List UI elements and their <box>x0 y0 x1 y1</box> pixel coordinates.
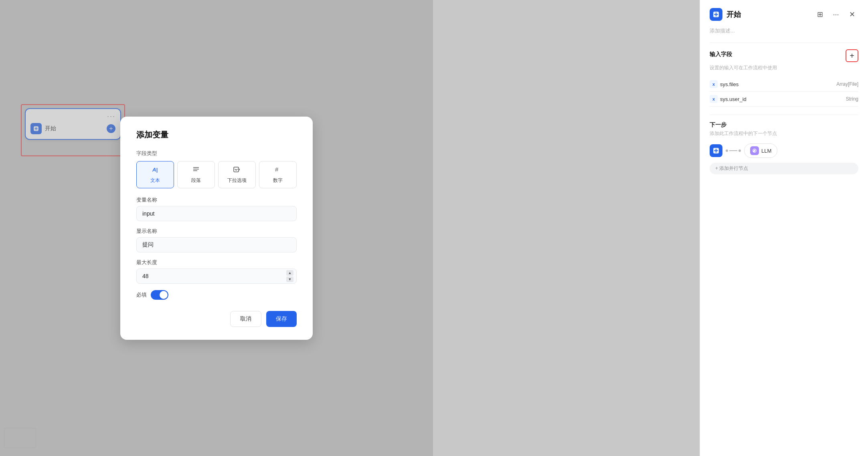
dropdown-type-icon <box>233 165 241 176</box>
modal-footer: 取消 保存 <box>136 311 297 327</box>
number-type-label: 数字 <box>273 177 283 184</box>
toggle-knob <box>160 291 168 299</box>
close-icon: ✕ <box>849 10 855 19</box>
add-variable-modal: 添加变量 字段类型 A| 文本 <box>120 117 313 340</box>
type-btn-text[interactable]: A| 文本 <box>136 161 174 188</box>
input-fields-title: 输入字段 <box>710 51 732 58</box>
modal-title: 添加变量 <box>136 129 297 140</box>
save-button[interactable]: 保存 <box>266 311 297 327</box>
max-length-input[interactable] <box>136 268 297 284</box>
field-type-sys-user-id: String <box>846 96 858 102</box>
right-panel: 开始 ⊞ ··· ✕ 添加描述... 输入字段 + 设置的输入可在工作流程中使用 <box>700 0 868 456</box>
llm-node-icon <box>750 146 759 155</box>
field-left-sys-user-id: x sys.user_id <box>710 95 747 103</box>
more-icon: ··· <box>833 10 839 19</box>
number-increase-btn[interactable]: ▲ <box>286 270 293 276</box>
add-parallel-label: + 添加并行节点 <box>715 165 748 172</box>
panel-title: 开始 <box>726 10 741 19</box>
next-step-section: 下一步 添加此工作流程中的下一个节点 <box>710 121 858 174</box>
llm-node-label: LLM <box>761 148 771 154</box>
next-step-sub: 添加此工作流程中的下一个节点 <box>710 130 858 137</box>
layout-icon: ⊞ <box>817 10 823 19</box>
display-name-label: 显示名称 <box>136 228 297 235</box>
type-btn-dropdown[interactable]: 下拉选项 <box>218 161 256 188</box>
modal-overlay: 添加变量 字段类型 A| 文本 <box>0 0 433 456</box>
number-type-icon: # <box>274 165 282 176</box>
field-row-sys-user-id: x sys.user_id String <box>710 92 858 107</box>
svg-text:A|: A| <box>152 167 158 173</box>
add-input-field-button[interactable]: + <box>846 49 858 62</box>
panel-actions: ⊞ ··· ✕ <box>813 8 858 21</box>
field-type-sys-files: Array[File] <box>836 81 858 87</box>
panel-description: 添加描述... <box>710 27 858 34</box>
input-fields-section: 输入字段 + 设置的输入可在工作流程中使用 x sys.files Array[… <box>710 49 858 107</box>
flow-start-node <box>710 144 722 157</box>
number-decrease-btn[interactable]: ▼ <box>286 276 293 282</box>
flow-dot-2 <box>739 149 741 152</box>
field-icon-sys-user-id: x <box>710 95 718 103</box>
required-label: 必填 <box>136 291 147 299</box>
dropdown-type-label: 下拉选项 <box>227 177 247 184</box>
text-type-label: 文本 <box>150 177 160 184</box>
type-btn-paragraph[interactable]: 段落 <box>177 161 215 188</box>
panel-node-icon <box>710 8 722 21</box>
svg-text:#: # <box>275 166 279 173</box>
number-arrows: ▲ ▼ <box>286 270 293 282</box>
layout-button[interactable]: ⊞ <box>813 8 826 21</box>
cancel-button[interactable]: 取消 <box>230 311 261 327</box>
required-row: 必填 <box>136 290 297 300</box>
add-field-icon: + <box>850 51 854 61</box>
field-row-sys-files: x sys.files Array[File] <box>710 77 858 92</box>
panel-header: 开始 ⊞ ··· ✕ <box>710 8 858 21</box>
divider-1 <box>710 42 858 43</box>
panel-title-group: 开始 <box>710 8 741 21</box>
variable-name-label: 变量名称 <box>136 196 297 204</box>
flow-dot-1 <box>726 149 728 152</box>
field-left-sys-files: x sys.files <box>710 80 739 88</box>
more-options-button[interactable]: ··· <box>830 8 842 21</box>
field-name-sys-files: sys.files <box>720 81 739 87</box>
field-type-label: 字段类型 <box>136 150 297 157</box>
close-panel-button[interactable]: ✕ <box>846 8 858 21</box>
flow-connector <box>726 149 741 152</box>
field-name-sys-user-id: sys.user_id <box>720 96 747 102</box>
required-toggle[interactable] <box>151 290 168 300</box>
paragraph-type-icon <box>192 165 200 176</box>
flow-line <box>729 150 737 151</box>
variable-name-input[interactable] <box>136 206 297 221</box>
text-type-icon: A| <box>151 165 159 176</box>
type-selector: A| 文本 段落 <box>136 161 297 188</box>
field-icon-sys-files: x <box>710 80 718 88</box>
display-name-input[interactable] <box>136 237 297 252</box>
add-parallel-button[interactable]: + 添加并行节点 <box>710 163 858 174</box>
paragraph-type-label: 段落 <box>191 177 201 184</box>
divider-2 <box>710 115 858 115</box>
max-length-label: 最大长度 <box>136 259 297 266</box>
max-length-wrap: ▲ ▼ <box>136 268 297 284</box>
next-step-title: 下一步 <box>710 121 858 129</box>
svg-rect-5 <box>234 167 239 172</box>
type-btn-number[interactable]: # 数字 <box>259 161 297 188</box>
canvas: ··· 开始 + 添加变量 字段类型 <box>0 0 433 456</box>
flow-row: LLM <box>710 143 858 158</box>
input-fields-sub: 设置的输入可在工作流程中使用 <box>710 65 858 71</box>
flow-llm-node[interactable]: LLM <box>744 143 777 158</box>
